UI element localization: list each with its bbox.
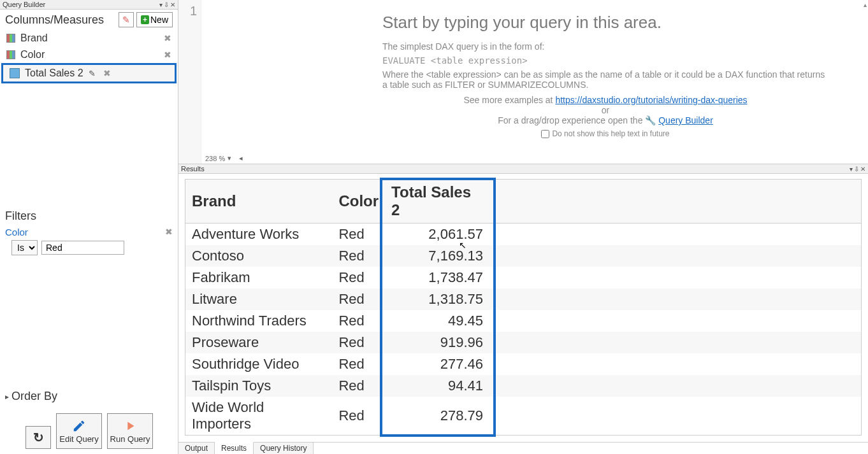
column-icon [6, 34, 15, 43]
help-line-1: The simplest DAX query is in the form of… [382, 41, 828, 52]
measure-label: Color [20, 49, 45, 60]
zoom-value: 238 % [205, 155, 225, 162]
zoom-indicator[interactable]: 238 % ▾ ◂ [201, 153, 247, 164]
remove-icon[interactable]: ✖ [164, 50, 171, 60]
editor-help: Start by typing your query in this area.… [382, 13, 828, 138]
col-header-brand[interactable]: Brand [185, 180, 332, 223]
clear-button[interactable]: ✎ [119, 12, 134, 27]
query-builder-panel: Query Builder ▾ ⇩ ✕ Columns/Measures ✎ +… [0, 0, 178, 454]
wrench-icon: 🔧 [645, 115, 656, 125]
table-row[interactable]: FabrikamRed1,738.47 [185, 267, 861, 288]
measure-item-total-sales-2[interactable]: Total Sales 2 ✎ ✖ [1, 63, 177, 83]
close-icon[interactable]: ✕ [170, 1, 175, 8]
measure-list: Brand ✖ Color ✖ Total Sales 2 ✎ ✖ [0, 30, 178, 83]
right-panel: ▴ 1 Start by typing your query in this a… [178, 0, 868, 454]
editor-gutter: 1 [178, 0, 201, 164]
cell-total: 278.79 [385, 397, 489, 435]
remove-icon[interactable]: ✖ [164, 33, 171, 43]
run-query-button[interactable]: Run Query [107, 413, 153, 449]
cell-total: 277.46 [385, 353, 489, 375]
dropdown-icon[interactable]: ▾ [159, 1, 163, 8]
col-header-total-sales-2[interactable]: Total Sales 2 [385, 180, 489, 223]
results-title: Results [181, 165, 205, 173]
refresh-icon [33, 430, 44, 445]
chevron-down-icon[interactable]: ▾ [228, 154, 231, 162]
edit-icon[interactable]: ✎ [89, 69, 96, 78]
filter-operator-select[interactable]: Is [11, 240, 38, 255]
bottom-tabs: Output Results Query History [178, 442, 868, 454]
refresh-button[interactable] [25, 426, 51, 449]
columns-measures-header: Columns/Measures ✎ + New [0, 10, 178, 30]
results-table: Brand Color Total Sales 2 Adventure Work… [185, 180, 861, 435]
cell-total: 49.45 [385, 310, 489, 332]
table-row[interactable]: Tailspin ToysRed94.41 [185, 375, 861, 397]
cell-color: Red [332, 245, 385, 267]
scroll-left-icon[interactable]: ◂ [239, 154, 243, 162]
help-examples-link[interactable]: https://daxstudio.org/tutorials/writing-… [555, 95, 747, 105]
help-line-2: Where the <table expression> can be as s… [382, 69, 828, 90]
tab-query-history[interactable]: Query History [254, 443, 314, 454]
table-row[interactable]: ProsewareRed919.96 [185, 332, 861, 353]
filters-block: Filters Color ✖ Is [0, 206, 178, 264]
col-header-color[interactable]: Color [332, 180, 385, 223]
table-row[interactable]: Southridge VideoRed277.46 [185, 353, 861, 375]
scroll-up-icon[interactable]: ▴ [864, 1, 867, 8]
line-number: 1 [178, 4, 197, 18]
close-icon[interactable]: ✕ [860, 166, 865, 173]
edit-query-label: Edit Query [59, 434, 98, 444]
editor-area[interactable]: ▴ 1 Start by typing your query in this a… [178, 0, 868, 164]
measure-item-color[interactable]: Color ✖ [0, 46, 178, 63]
cell-color: Red [332, 332, 385, 353]
tab-results[interactable]: Results [215, 442, 254, 454]
cell-brand: Adventure Works [185, 223, 332, 246]
table-row[interactable]: Wide World ImportersRed278.79 [185, 397, 861, 435]
edit-query-button[interactable]: Edit Query [56, 413, 102, 449]
table-row[interactable]: LitwareRed1,318.75 [185, 288, 861, 310]
cell-brand: Northwind Traders [185, 310, 332, 332]
cell-total: 7,169.13 [385, 245, 489, 267]
do-not-show-checkbox[interactable] [541, 130, 549, 138]
help-or: or [382, 105, 828, 115]
new-button-label: New [150, 15, 168, 25]
cell-color: Red [332, 375, 385, 397]
help-query-builder-link[interactable]: Query Builder [658, 115, 713, 125]
help-title: Start by typing your query in this area. [382, 13, 828, 32]
measure-item-brand[interactable]: Brand ✖ [0, 30, 178, 46]
cell-color: Red [332, 353, 385, 375]
cell-brand: Litware [185, 288, 332, 310]
pin-icon[interactable]: ⇩ [164, 1, 169, 8]
measure-label: Total Sales 2 [25, 67, 83, 79]
pin-icon[interactable]: ⇩ [854, 166, 859, 173]
remove-icon[interactable]: ✖ [103, 68, 111, 78]
run-query-label: Run Query [110, 434, 150, 444]
remove-filter-icon[interactable]: ✖ [165, 227, 173, 237]
table-row[interactable]: Adventure WorksRed2,061.57 [185, 223, 861, 246]
filter-value-input[interactable] [41, 241, 124, 255]
measure-icon [10, 68, 20, 78]
results-body: Brand Color Total Sales 2 Adventure Work… [178, 174, 868, 442]
orderby-title[interactable]: ▸ Order By [5, 388, 173, 407]
filter-name: Color [5, 227, 28, 238]
cell-brand: Southridge Video [185, 353, 332, 375]
chevron-right-icon: ▸ [5, 392, 9, 401]
cell-color: Red [332, 310, 385, 332]
table-row[interactable]: ContosoRed7,169.13 [185, 245, 861, 267]
column-icon [6, 50, 15, 59]
cell-color: Red [332, 288, 385, 310]
tab-output[interactable]: Output [178, 443, 215, 454]
help-examples-prefix: See more examples at [463, 95, 555, 105]
plus-icon: + [141, 15, 149, 24]
measure-label: Brand [20, 32, 48, 44]
table-row[interactable]: Northwind TradersRed49.45 [185, 310, 861, 332]
filter-entry-color[interactable]: Color ✖ [5, 227, 173, 238]
cell-total: 2,061.57 [385, 223, 489, 246]
new-button[interactable]: + New [136, 12, 173, 27]
play-icon [123, 419, 137, 433]
cell-color: Red [332, 223, 385, 246]
dropdown-icon[interactable]: ▾ [850, 166, 853, 173]
orderby-block: ▸ Order By [0, 386, 178, 409]
cell-total: 94.41 [385, 375, 489, 397]
cell-brand: Proseware [185, 332, 332, 353]
eraser-icon: ✎ [122, 15, 130, 25]
results-header: Results ▾ ⇩ ✕ [178, 164, 868, 174]
